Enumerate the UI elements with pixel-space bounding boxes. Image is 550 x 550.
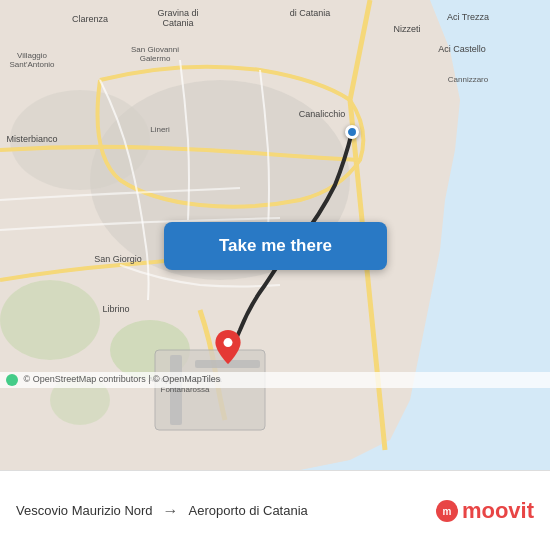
svg-text:Clarenza: Clarenza bbox=[72, 14, 108, 24]
from-location: Vescovio Maurizio Nord bbox=[16, 503, 153, 518]
svg-text:Aci Trezza: Aci Trezza bbox=[447, 12, 489, 22]
svg-text:m: m bbox=[442, 506, 451, 517]
to-location: Aeroporto di Catania bbox=[189, 503, 308, 518]
origin-marker bbox=[345, 125, 359, 139]
moovit-brand-text: moovit bbox=[462, 498, 534, 524]
take-me-there-button[interactable]: Take me there bbox=[164, 222, 387, 270]
moovit-logo: m moovit bbox=[436, 498, 534, 524]
osm-logo-icon bbox=[6, 374, 18, 386]
svg-text:San Giorgio: San Giorgio bbox=[94, 254, 142, 264]
svg-point-29 bbox=[224, 338, 233, 347]
svg-text:Villaggio: Villaggio bbox=[17, 51, 48, 60]
moovit-logo-icon: m bbox=[436, 500, 458, 522]
svg-text:Misterbianco: Misterbianco bbox=[6, 134, 57, 144]
svg-text:Catania: Catania bbox=[162, 18, 193, 28]
destination-marker bbox=[213, 330, 243, 370]
svg-text:Aci Castello: Aci Castello bbox=[438, 44, 486, 54]
route-info: Vescovio Maurizio Nord → Aeroporto di Ca… bbox=[16, 502, 436, 520]
svg-text:Lineri: Lineri bbox=[150, 125, 170, 134]
attribution-text: © OpenStreetMap contributors | © OpenMap… bbox=[24, 374, 221, 384]
svg-text:Sant'Antonio: Sant'Antonio bbox=[9, 60, 55, 69]
svg-point-5 bbox=[0, 280, 100, 360]
map-attribution: © OpenStreetMap contributors | © OpenMap… bbox=[0, 372, 550, 388]
svg-text:Nizzeti: Nizzeti bbox=[393, 24, 420, 34]
bottom-bar: Vescovio Maurizio Nord → Aeroporto di Ca… bbox=[0, 470, 550, 550]
svg-text:Galermo: Galermo bbox=[140, 54, 171, 63]
map-container: Clarenza Gravina di Catania di Catania N… bbox=[0, 0, 550, 470]
svg-text:di Catania: di Catania bbox=[290, 8, 331, 18]
svg-text:Canalicchio: Canalicchio bbox=[299, 109, 346, 119]
svg-text:San Giovanni: San Giovanni bbox=[131, 45, 179, 54]
route-arrow-icon: → bbox=[163, 502, 179, 520]
svg-text:Cannizzaro: Cannizzaro bbox=[448, 75, 489, 84]
svg-text:Gravina di: Gravina di bbox=[157, 8, 198, 18]
svg-text:Librino: Librino bbox=[102, 304, 129, 314]
